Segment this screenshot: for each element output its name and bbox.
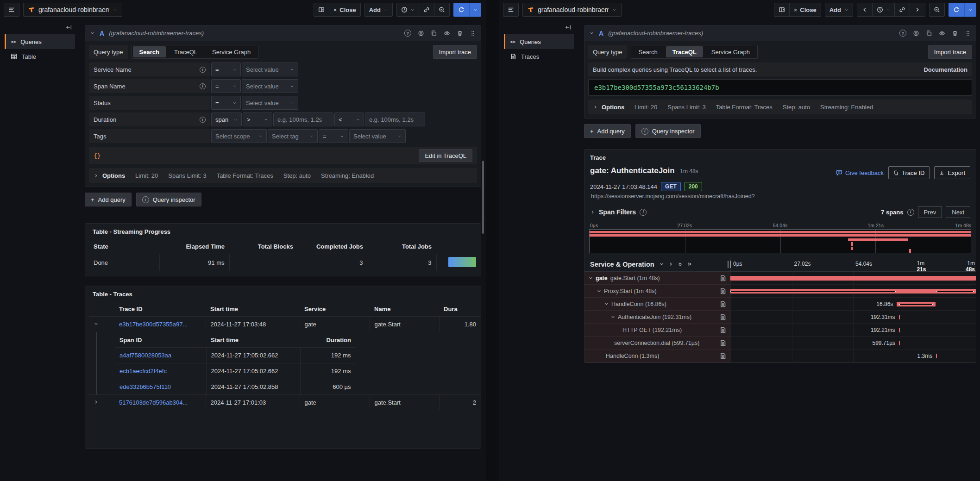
info-icon[interactable]: i — [907, 209, 914, 216]
column-header[interactable]: Trace ID — [114, 302, 206, 317]
minimap-canvas[interactable] — [589, 229, 971, 253]
expand-all-icon[interactable] — [687, 262, 692, 267]
chevron-down-icon[interactable] — [597, 288, 602, 294]
column-header[interactable]: Total Blocks — [229, 239, 298, 254]
record-icon[interactable] — [913, 30, 919, 37]
span-row[interactable]: HandleConn (1.3ms) 1.3ms — [584, 350, 976, 362]
time-picker-button[interactable] — [397, 3, 419, 16]
close-split-button[interactable]: ×Close — [329, 3, 360, 16]
chevron-right-icon[interactable] — [668, 262, 673, 267]
collapse-row-icon[interactable] — [94, 321, 99, 326]
query-type-service-graph[interactable]: Service Graph — [705, 46, 756, 57]
collapse-outline-button[interactable] — [504, 22, 574, 34]
column-header[interactable]: Dura — [439, 302, 481, 317]
options-bar[interactable]: Options Limit: 20 Spans Limit: 3 Table F… — [89, 168, 477, 183]
column-header[interactable]: State — [89, 239, 159, 254]
column-header[interactable]: Completed Jobs — [298, 239, 368, 254]
trace-id-link[interactable]: e3b17be300d57355a97... — [119, 321, 188, 328]
duration-lt-input[interactable]: e.g. 100ms, 1.2s — [365, 112, 425, 126]
hide-response-icon[interactable] — [444, 30, 450, 37]
duration-scope-select[interactable]: span — [211, 112, 242, 126]
drag-handle-icon[interactable] — [965, 30, 971, 37]
span-bar[interactable] — [899, 315, 900, 319]
datasource-picker[interactable]: grafanacloud-robinbraem — [522, 3, 622, 17]
collapse-outline-button[interactable] — [5, 22, 75, 34]
status-operator-select[interactable]: = — [211, 96, 241, 110]
query-row-header[interactable]: A (grafanacloud-robinbraemer-traces) ? — [85, 25, 481, 41]
query-type-traceql[interactable]: TraceQL — [666, 46, 703, 57]
copy-query-icon[interactable] — [431, 30, 437, 37]
chevron-right-icon[interactable] — [590, 210, 595, 215]
sidebar-item-queries[interactable]: <> Queries — [5, 34, 75, 49]
info-icon[interactable]: i — [200, 83, 206, 89]
span-filters-label[interactable]: Span Filters — [599, 208, 636, 216]
zoom-out-button[interactable] — [929, 3, 945, 17]
trace-id-link[interactable]: 5176103de7d596ab304... — [119, 399, 188, 406]
service-name-operator-select[interactable]: = — [211, 62, 241, 76]
import-trace-button[interactable]: Import trace — [928, 45, 972, 59]
query-type-search[interactable]: Search — [133, 46, 166, 57]
panel-title[interactable]: Trace — [584, 150, 976, 165]
copy-query-icon[interactable] — [926, 30, 932, 37]
span-row[interactable]: gate gate.Start (1m 48s) — [584, 272, 976, 285]
record-icon[interactable] — [418, 30, 424, 37]
chevron-down-icon[interactable] — [659, 262, 664, 267]
column-header[interactable]: Name — [370, 302, 439, 317]
options-bar[interactable]: Options Limit: 20 Spans Limit: 3 Table F… — [588, 100, 972, 114]
refresh-interval-picker[interactable] — [469, 3, 481, 17]
run-query-button[interactable] — [453, 3, 481, 17]
info-icon[interactable]: i — [200, 117, 206, 123]
add-button[interactable]: Add — [825, 3, 853, 17]
span-id-link[interactable]: a4af7580028053aa — [119, 352, 171, 359]
help-icon[interactable]: ? — [404, 30, 411, 37]
add-button[interactable]: Add — [364, 3, 393, 17]
span-bar[interactable] — [897, 302, 936, 306]
add-query-button[interactable]: +Add query — [85, 193, 132, 206]
collapse-all-icon[interactable] — [678, 262, 683, 267]
next-span-button[interactable]: Next — [946, 206, 970, 218]
scrollbar[interactable] — [482, 161, 484, 234]
column-header[interactable]: Span ID — [115, 332, 206, 348]
split-pane-button[interactable] — [774, 3, 790, 16]
datasource-picker[interactable]: grafanacloud-robinbraem — [23, 3, 122, 17]
add-query-button[interactable]: +Add query — [584, 124, 631, 138]
chevron-down-icon[interactable] — [604, 301, 609, 306]
run-query-button[interactable] — [949, 3, 976, 17]
sidebar-item-traces[interactable]: Traces — [504, 49, 574, 64]
column-header[interactable]: Start time — [206, 332, 300, 348]
span-bar[interactable] — [899, 328, 900, 332]
prev-span-button[interactable]: Prev — [918, 206, 942, 218]
query-type-search[interactable]: Search — [632, 46, 664, 57]
give-feedback-link[interactable]: Give feedback — [836, 169, 884, 176]
span-name-operator-select[interactable]: = — [211, 79, 241, 93]
sidebar-item-table[interactable]: Table — [5, 49, 75, 64]
query-inspector-button[interactable]: iQuery inspector — [635, 124, 701, 138]
split-pane-button[interactable] — [314, 3, 329, 16]
tags-tag-select[interactable]: Select tag — [268, 129, 318, 143]
span-row[interactable]: AuthenticateJoin (192.31ms) 192.31ms — [584, 311, 976, 324]
span-id-link[interactable]: ede332b6b575f110 — [119, 383, 171, 390]
time-shift-forward-button[interactable] — [910, 3, 925, 16]
service-name-value-select[interactable]: Select value — [242, 62, 298, 76]
panel-title[interactable]: Table - Traces — [85, 286, 481, 302]
remove-query-icon[interactable] — [457, 30, 463, 37]
span-bar[interactable] — [730, 276, 976, 281]
logs-icon[interactable] — [720, 340, 730, 346]
column-header[interactable]: Elapsed Time — [159, 239, 229, 254]
zoom-out-button[interactable] — [434, 3, 449, 16]
chevron-down-icon[interactable] — [610, 314, 616, 319]
remove-query-icon[interactable] — [952, 30, 958, 37]
refresh-interval-picker[interactable] — [964, 3, 976, 17]
hide-response-icon[interactable] — [939, 30, 945, 37]
status-value-select[interactable]: Select value — [242, 96, 298, 110]
logs-icon[interactable] — [720, 275, 730, 281]
span-name-value-select[interactable]: Select value — [242, 79, 298, 93]
column-resize-handle[interactable] — [728, 261, 731, 268]
sidebar-item-queries[interactable]: <> Queries — [504, 34, 574, 49]
pane-divider[interactable] — [485, 0, 499, 481]
time-shift-back-button[interactable] — [857, 3, 873, 16]
logs-icon[interactable] — [720, 353, 730, 359]
tags-scope-select[interactable]: Select scope — [211, 129, 267, 143]
span-row[interactable]: Proxy.Start (1m 48s) — [584, 285, 976, 298]
traceql-query-editor[interactable]: e3b17be300d57355a973c56133624b7b — [588, 79, 972, 96]
